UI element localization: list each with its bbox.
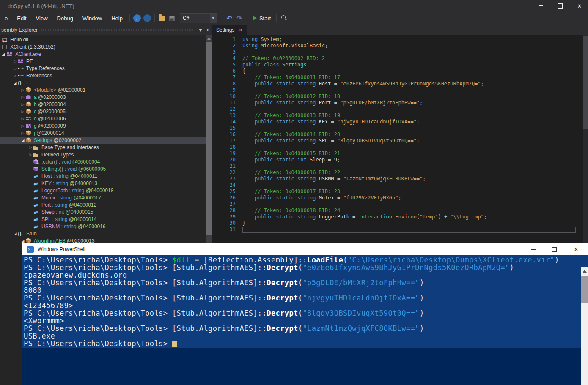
code-line-18[interactable]: 18	[212, 144, 583, 150]
code-line-23[interactable]: 23 public static string USBNM = "LazmNt1…	[212, 176, 583, 182]
undo-button[interactable]: ↶	[224, 13, 234, 23]
tree-item-field-loggerpath[interactable]: LoggerPath : string @04000018	[0, 187, 206, 194]
expand-arrow-icon[interactable]: ▷	[13, 58, 18, 65]
minimize-button[interactable]	[537, 3, 544, 9]
tree-item-type-references[interactable]: ▷Type References	[0, 65, 206, 72]
code-line-26[interactable]: 26 public static string Mutex = "fJU29Vz…	[212, 195, 583, 201]
code-line-5[interactable]: 5public class Settings	[212, 62, 583, 68]
tree-item-class-g[interactable]: ▷g @02000009	[0, 123, 206, 130]
code-line-15[interactable]: 15	[212, 125, 583, 131]
ps-close-button[interactable]: ✕	[573, 246, 579, 253]
expand-arrow-icon[interactable]: ▷	[20, 108, 25, 115]
menu-e[interactable]: e	[0, 14, 12, 23]
code-line-16[interactable]: 16 // Token: 0x04000014 RID: 20	[212, 131, 583, 138]
code-line-12[interactable]: 12	[212, 106, 583, 112]
code-line-22[interactable]: 22 // Token: 0x04000016 RID: 22	[212, 169, 583, 176]
collapse-arrow-icon[interactable]: ◢	[13, 230, 18, 238]
tree-item-class-settings[interactable]: ◢Settings @02000002	[0, 137, 206, 144]
tree-item-field-port[interactable]: Port : string @04000012	[0, 202, 206, 209]
tree-item-field-key[interactable]: KEY : string @04000013	[0, 180, 206, 187]
assembly-explorer-header[interactable]: sembly Explorer ▼ ✕	[0, 25, 212, 35]
navigate-back-button[interactable]: ←	[132, 13, 142, 23]
pane-close-button[interactable]: ✕	[204, 27, 212, 33]
maximize-button[interactable]	[557, 3, 563, 9]
menu-view[interactable]: View	[31, 14, 52, 23]
code-line-11[interactable]: 11 public static string Port = "p5gDLDE/…	[212, 100, 583, 106]
tree-item-derived-types[interactable]: ▷Derived Types	[0, 151, 206, 158]
navigate-forward-button[interactable]: →	[142, 13, 152, 23]
tree-item-references[interactable]: ▷References	[0, 72, 206, 79]
tree-item-field-usbnm[interactable]: USBNM : string @04000016	[0, 223, 206, 230]
expand-arrow-icon[interactable]: ▷	[20, 115, 25, 123]
powershell-titlebar[interactable]: >_ Windows PowerShell ✕	[22, 243, 588, 255]
tree-item-module-class[interactable]: ▷<Module> @02000001	[0, 87, 206, 94]
tree-item-namespace-dash[interactable]: ◢{}-	[0, 79, 206, 87]
tree-item-class-a[interactable]: ▷a @02000003	[0, 94, 206, 101]
scroll-up-icon[interactable]	[583, 270, 587, 273]
code-line-10[interactable]: 10 // Token: 0x04000012 RID: 18	[212, 93, 583, 100]
code-line-27[interactable]: 27	[212, 201, 583, 208]
code-line-19[interactable]: 19 // Token: 0x04000015 RID: 21	[212, 150, 583, 157]
tree-item-hello-dll[interactable]: Hello.dll	[0, 36, 206, 44]
collapse-arrow-icon[interactable]: ◢	[20, 137, 25, 144]
code-line-17[interactable]: 17 public static string SPL = "8lqqy3OBS…	[212, 138, 583, 144]
start-debug-button[interactable]: Start	[249, 13, 274, 23]
save-all-button[interactable]	[167, 13, 177, 23]
tree-item-pe[interactable]: ▷PE	[0, 58, 206, 65]
expand-arrow-icon[interactable]: ▷	[28, 144, 33, 151]
code-line-8[interactable]: 8 public static string Host = "e0zEe6Ifx…	[212, 81, 583, 87]
expand-arrow-icon[interactable]: ▷	[13, 72, 18, 79]
menu-help[interactable]: Help	[107, 14, 127, 23]
code-line-31[interactable]: 31	[212, 227, 583, 233]
tab-settings[interactable]: Settings ✕	[212, 25, 247, 35]
menu-debug[interactable]: Debug	[52, 14, 78, 23]
menu-window[interactable]: Window	[78, 14, 107, 23]
open-file-button[interactable]	[157, 13, 167, 23]
expand-arrow-icon[interactable]: ▷	[20, 87, 25, 94]
scrollbar-thumb[interactable]	[581, 276, 588, 303]
tree-item-cctor-method[interactable]: .cctor() : void @06000004	[0, 158, 206, 166]
tree-item-class-j[interactable]: ▷j @02000014	[0, 130, 206, 137]
code-line-6[interactable]: 6{	[212, 68, 583, 74]
collapse-arrow-icon[interactable]: ◢	[1, 51, 6, 58]
code-line-9[interactable]: 9	[212, 87, 583, 93]
language-selector[interactable]: C# ▼	[180, 13, 217, 23]
tree-item-field-spl[interactable]: SPL : string @04000014	[0, 216, 206, 223]
code-line-13[interactable]: 13 // Token: 0x04000013 RID: 19	[212, 112, 583, 119]
code-line-1[interactable]: 1using System;	[212, 36, 583, 43]
redo-button[interactable]: ↷	[234, 13, 245, 23]
tree-item-namespace-stub[interactable]: ◢{}Stub	[0, 230, 206, 238]
tree-item-field-mutex[interactable]: Mutex : string @04000017	[0, 194, 206, 202]
tab-close-icon[interactable]: ✕	[239, 27, 242, 33]
code-line-29[interactable]: 29 public static string LoggerPath = Int…	[212, 214, 583, 220]
scrollbar-thumb[interactable]	[583, 36, 588, 129]
code-line-14[interactable]: 14 public static string KEY = "njvgyuTHD…	[212, 119, 583, 125]
collapse-arrow-icon[interactable]: ◢	[13, 79, 18, 87]
code-line-30[interactable]: 30}	[212, 220, 583, 227]
tree-item-xclient-exe[interactable]: ◢XClient.exe	[0, 51, 206, 58]
console-scrollbar[interactable]	[581, 267, 588, 385]
expand-arrow-icon[interactable]: ▷	[28, 151, 33, 158]
tree-item-field-sleep[interactable]: Sleep : int @04000015	[0, 209, 206, 216]
code-line-21[interactable]: 21	[212, 163, 583, 169]
expand-arrow-icon[interactable]: ▷	[20, 130, 25, 137]
search-assemblies-button[interactable]	[279, 13, 289, 23]
code-line-2[interactable]: 2using Microsoft.VisualBasic;	[212, 43, 583, 49]
tree-item-class-b[interactable]: ▷b @02000004	[0, 101, 206, 108]
code-line-20[interactable]: 20 public static int Sleep = 9;	[212, 157, 583, 163]
tree-item-class-d[interactable]: ▷d @02000006	[0, 115, 206, 123]
ps-maximize-button[interactable]	[552, 247, 558, 252]
scroll-up-icon[interactable]	[207, 38, 211, 40]
code-line-28[interactable]: 28 // Token: 0x04000018 RID: 24	[212, 208, 583, 214]
tree-item-base-type-interfaces[interactable]: ▷Base Type and Interfaces	[0, 144, 206, 151]
expand-arrow-icon[interactable]: ▷	[20, 101, 25, 108]
close-button[interactable]: ✕	[576, 3, 583, 9]
tree-item-field-host[interactable]: Host : string @04000011	[0, 173, 206, 180]
tree-item-settings-ctor[interactable]: Settings() : void @06000005	[0, 166, 206, 173]
code-line-7[interactable]: 7 // Token: 0x04000011 RID: 17	[212, 74, 583, 81]
console-area[interactable]: PS C:\Users\richa\Desktop\Tools> $dll = …	[22, 255, 588, 385]
tree-item-xclient-assembly[interactable]: XClient (1.3.36.152)	[0, 44, 206, 51]
expand-arrow-icon[interactable]: ▷	[20, 123, 25, 130]
code-line-4[interactable]: 4// Token: 0x02000002 RID: 2	[212, 55, 583, 62]
pane-menu-button[interactable]: ▼	[197, 27, 204, 33]
